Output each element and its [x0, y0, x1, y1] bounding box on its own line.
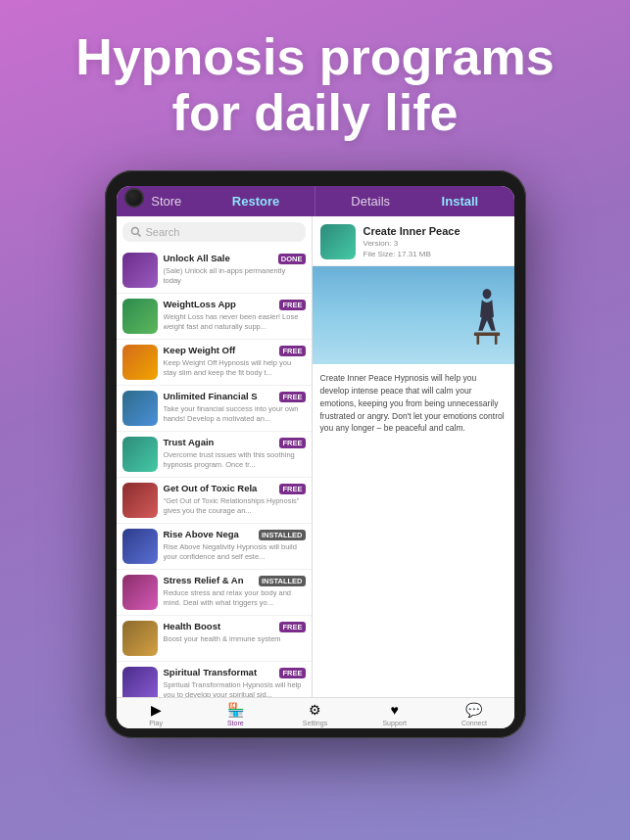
- item-title: Unlock All Sale: [164, 253, 276, 263]
- list-item[interactable]: WeightLoss AppFREEWeight Loss has never …: [117, 294, 312, 340]
- list-item[interactable]: Rise Above NegaINSTALLEDRise Above Negat…: [117, 524, 312, 570]
- item-badge: FREE: [279, 438, 305, 448]
- item-badge: FREE: [279, 300, 305, 310]
- item-title: Health Boost: [164, 621, 278, 631]
- item-thumbnail: [122, 575, 158, 610]
- item-info: Get Out of Toxic RelaFREE"Get Out of Tox…: [164, 483, 306, 516]
- details-tab[interactable]: Details: [351, 194, 390, 209]
- item-thumbnail: [122, 345, 158, 380]
- list-item[interactable]: Unlock All SaleDONE(Sale) Unlock all in-…: [117, 248, 312, 294]
- item-title-row: Keep Weight OffFREE: [164, 345, 306, 356]
- details-title: Create Inner Peace: [363, 225, 507, 237]
- hero-title: Hypnosis programs for daily life: [20, 29, 610, 141]
- details-thumb: [320, 224, 356, 259]
- nav-icon-store: 🏪: [227, 702, 244, 718]
- item-badge: INSTALLED: [259, 530, 306, 540]
- nav-label-support: Support: [382, 720, 407, 726]
- nav-label-store: Store: [227, 720, 244, 726]
- item-title: WeightLoss App: [164, 299, 278, 309]
- item-description: Reduce stress and relax your body and mi…: [164, 588, 306, 608]
- item-title-row: WeightLoss AppFREE: [164, 299, 306, 310]
- details-header: Create Inner Peace Version: 3 File Size:…: [313, 216, 514, 266]
- item-title: Spiritual Transformat: [164, 667, 278, 677]
- svg-rect-3: [473, 333, 499, 337]
- list-item[interactable]: Spiritual TransformatFREESpiritual Trans…: [117, 662, 312, 697]
- item-badge: DONE: [278, 254, 306, 264]
- item-title: Unlimited Financial S: [164, 391, 278, 401]
- store-tab-section: Store Restore: [117, 186, 316, 216]
- item-thumbnail: [122, 621, 158, 656]
- item-description: Boost your health & immune system: [164, 634, 306, 644]
- item-title-row: Unlock All SaleDONE: [164, 253, 306, 264]
- item-info: Health BoostFREEBoost your health & immu…: [164, 621, 306, 644]
- list-item[interactable]: Trust AgainFREEOvercome trust issues wit…: [117, 432, 312, 478]
- restore-tab[interactable]: Restore: [232, 194, 279, 209]
- item-info: Unlock All SaleDONE(Sale) Unlock all in-…: [164, 253, 306, 286]
- search-bar[interactable]: Search: [122, 222, 306, 242]
- nav-item-settings[interactable]: ⚙Settings: [275, 702, 355, 726]
- nav-item-connect[interactable]: 💬Connect: [434, 702, 513, 726]
- item-badge: FREE: [279, 392, 305, 402]
- item-title-row: Spiritual TransformatFREE: [164, 667, 306, 678]
- tablet-wrapper: Store Restore Details Install: [0, 170, 630, 738]
- item-badge: FREE: [279, 668, 305, 678]
- item-info: Spiritual TransformatFREESpiritual Trans…: [164, 667, 306, 697]
- nav-icon-play: ▶: [151, 702, 162, 718]
- list-item[interactable]: Stress Relief & AnINSTALLEDReduce stress…: [117, 570, 312, 616]
- item-info: Keep Weight OffFREEKeep Weight Off Hypno…: [164, 345, 306, 378]
- item-title-row: Rise Above NegaINSTALLED: [164, 529, 306, 540]
- item-info: Stress Relief & AnINSTALLEDReduce stress…: [164, 575, 306, 608]
- item-badge: FREE: [279, 484, 305, 494]
- silhouette-icon: [467, 281, 507, 350]
- item-description: Keep Weight Off Hypnosis will help you s…: [164, 358, 306, 378]
- store-panel: Search Unlock All SaleDONE(Sale) Unlock …: [117, 216, 313, 697]
- item-title: Trust Again: [164, 437, 278, 447]
- nav-item-play[interactable]: ▶Play: [117, 702, 196, 726]
- search-placeholder: Search: [146, 226, 180, 238]
- content-area: Search Unlock All SaleDONE(Sale) Unlock …: [117, 216, 514, 697]
- nav-label-play: Play: [149, 720, 163, 726]
- store-tab[interactable]: Store: [151, 194, 181, 209]
- item-info: WeightLoss AppFREEWeight Loss has never …: [164, 299, 306, 332]
- nav-label-connect: Connect: [461, 720, 487, 726]
- list-item[interactable]: Unlimited Financial SFREETake your finan…: [117, 386, 312, 432]
- list-item[interactable]: Get Out of Toxic RelaFREE"Get Out of Tox…: [117, 478, 312, 524]
- item-description: Rise Above Negativity Hypnosis will buil…: [164, 542, 306, 562]
- item-description: Take your financial success into your ow…: [164, 404, 306, 424]
- item-description: "Get Out of Toxic Relationships Hypnosis…: [164, 496, 306, 516]
- nav-item-support[interactable]: ♥Support: [355, 702, 434, 726]
- item-title-row: Trust AgainFREE: [164, 437, 306, 448]
- item-title: Stress Relief & An: [164, 575, 257, 585]
- item-title-row: Health BoostFREE: [164, 621, 306, 632]
- details-filesize: File Size: 17.31 MB: [363, 250, 507, 258]
- search-icon: [130, 226, 142, 238]
- install-tab[interactable]: Install: [442, 194, 479, 209]
- svg-line-1: [137, 234, 140, 237]
- item-thumbnail: [122, 391, 158, 426]
- item-description: (Sale) Unlock all in-apps permanently to…: [164, 266, 306, 286]
- list-item[interactable]: Keep Weight OffFREEKeep Weight Off Hypno…: [117, 340, 312, 386]
- item-thumbnail: [122, 299, 158, 334]
- nav-item-store[interactable]: 🏪Store: [196, 702, 275, 726]
- item-description: Weight Loss has never been easier! Lose …: [164, 312, 306, 332]
- details-image: [313, 266, 514, 364]
- nav-label-settings: Settings: [303, 720, 327, 726]
- hero-section: Hypnosis programs for daily life: [0, 0, 630, 161]
- svg-point-2: [482, 289, 491, 300]
- svg-point-0: [131, 228, 138, 235]
- item-title: Rise Above Nega: [164, 529, 257, 539]
- tab-bar-top: Store Restore Details Install: [117, 186, 514, 216]
- tablet-camera: [124, 188, 144, 208]
- item-thumbnail: [122, 253, 158, 288]
- item-description: Overcome trust issues with this soothing…: [164, 450, 306, 470]
- details-description: Create Inner Peace Hypnosis will help yo…: [313, 364, 514, 697]
- item-thumbnail: [122, 667, 158, 697]
- item-description: Spiritual Transformation Hypnosis will h…: [164, 680, 306, 697]
- store-list: Unlock All SaleDONE(Sale) Unlock all in-…: [117, 248, 312, 697]
- list-item[interactable]: Health BoostFREEBoost your health & immu…: [117, 616, 312, 662]
- item-info: Unlimited Financial SFREETake your finan…: [164, 391, 306, 424]
- item-badge: FREE: [279, 346, 305, 356]
- item-title-row: Get Out of Toxic RelaFREE: [164, 483, 306, 494]
- item-title-row: Unlimited Financial SFREE: [164, 391, 306, 402]
- details-title-block: Create Inner Peace Version: 3 File Size:…: [363, 225, 507, 258]
